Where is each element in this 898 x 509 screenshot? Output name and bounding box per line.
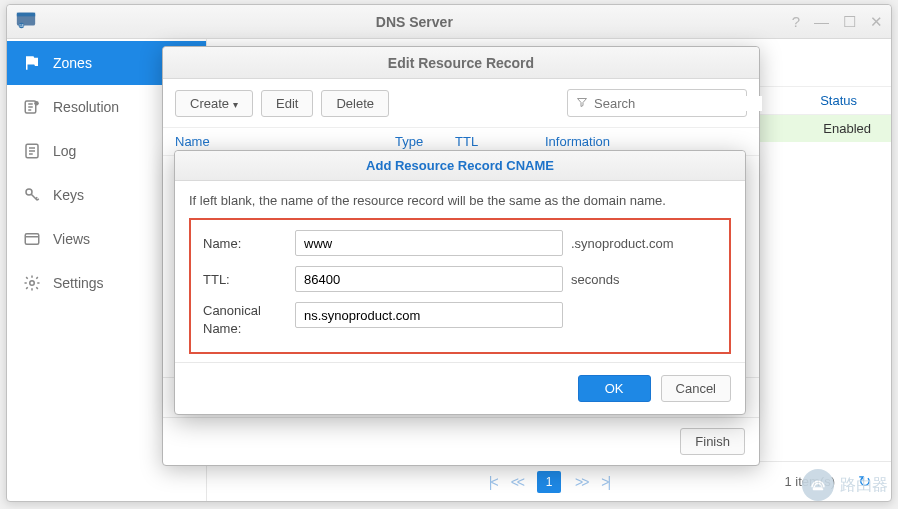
cancel-button[interactable]: Cancel: [661, 375, 731, 402]
dialog-title: Add Resource Record CNAME: [175, 151, 745, 181]
delete-record-button[interactable]: Delete: [321, 90, 389, 117]
edit-record-button[interactable]: Edit: [261, 90, 313, 117]
watermark: 路由器: [802, 469, 888, 501]
column-information[interactable]: Information: [545, 134, 747, 149]
titlebar: 53 DNS Server ? — ☐ ✕: [7, 5, 891, 39]
ok-button[interactable]: OK: [578, 375, 651, 402]
main-pager: |< << 1 >> >| 1 item(s) ↻: [207, 461, 891, 501]
resolution-icon: [23, 98, 41, 116]
svg-point-9: [30, 281, 35, 286]
svg-point-7: [26, 189, 32, 195]
minimize-icon[interactable]: —: [814, 13, 829, 31]
chevron-down-icon: ▾: [233, 99, 238, 110]
pager-first-icon[interactable]: |<: [489, 474, 497, 490]
label-ttl: TTL:: [203, 272, 295, 287]
filter-icon: [576, 96, 588, 111]
pager-prev-icon[interactable]: <<: [511, 474, 523, 490]
cname-footer: OK Cancel: [175, 362, 745, 414]
sidebar-item-label: Keys: [53, 187, 84, 203]
label-name: Name:: [203, 236, 295, 251]
svg-rect-10: [813, 487, 824, 490]
flag-icon: [23, 54, 41, 72]
svg-point-5: [34, 101, 39, 106]
column-name[interactable]: Name: [175, 134, 395, 149]
search-field[interactable]: [567, 89, 747, 117]
sidebar-item-label: Log: [53, 143, 76, 159]
ttl-input[interactable]: [295, 266, 563, 292]
add-cname-dialog: Add Resource Record CNAME If left blank,…: [174, 150, 746, 415]
window-title: DNS Server: [37, 14, 792, 30]
column-ttl[interactable]: TTL: [455, 134, 545, 149]
sidebar-item-label: Zones: [53, 55, 92, 71]
label-canonical: Canonical Name:: [203, 302, 295, 338]
zone-status-value: Enabled: [823, 121, 871, 136]
hint-text: If left blank, the name of the resource …: [189, 193, 731, 208]
domain-suffix: .synoproduct.com: [571, 236, 674, 251]
views-icon: [23, 230, 41, 248]
help-icon[interactable]: ?: [792, 13, 800, 31]
records-toolbar: Create▾ Edit Delete: [163, 79, 759, 127]
column-type[interactable]: Type: [395, 134, 455, 149]
pager-current-page[interactable]: 1: [537, 471, 561, 493]
svg-text:53: 53: [19, 24, 23, 28]
log-icon: [23, 142, 41, 160]
sidebar-item-label: Resolution: [53, 99, 119, 115]
gear-icon: [23, 274, 41, 292]
name-input[interactable]: [295, 230, 563, 256]
watermark-text: 路由器: [840, 475, 888, 496]
search-input[interactable]: [594, 96, 762, 111]
pager-next-icon[interactable]: >>: [575, 474, 587, 490]
window-controls: ? — ☐ ✕: [792, 13, 883, 31]
sidebar-item-label: Settings: [53, 275, 104, 291]
close-icon[interactable]: ✕: [870, 13, 883, 31]
svg-rect-1: [17, 13, 35, 17]
maximize-icon[interactable]: ☐: [843, 13, 856, 31]
svg-rect-8: [25, 234, 39, 245]
form-highlight: Name: .synoproduct.com TTL: seconds Cano…: [189, 218, 731, 354]
canonical-name-input[interactable]: [295, 302, 563, 328]
pager-last-icon[interactable]: >|: [601, 474, 609, 490]
key-icon: [23, 186, 41, 204]
records-footer: Finish: [163, 417, 759, 465]
router-icon: [802, 469, 834, 501]
finish-button[interactable]: Finish: [680, 428, 745, 455]
sidebar-item-label: Views: [53, 231, 90, 247]
dialog-title: Edit Resource Record: [163, 47, 759, 79]
ttl-unit: seconds: [571, 272, 619, 287]
create-record-button[interactable]: Create▾: [175, 90, 253, 117]
app-icon: 53: [15, 9, 37, 34]
